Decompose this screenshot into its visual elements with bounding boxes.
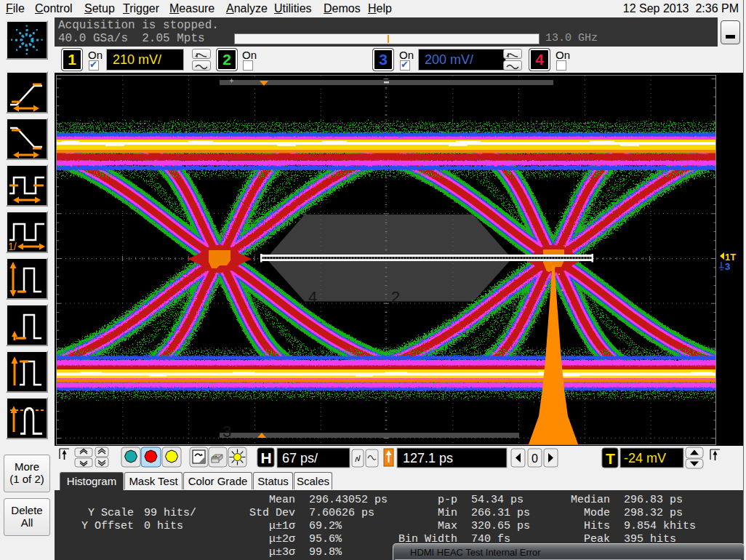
svg-text:H: H — [261, 449, 272, 466]
svg-text:2: 2 — [391, 288, 400, 306]
svg-text:0: 0 — [532, 452, 538, 465]
svg-text:67 ps/: 67 ps/ — [282, 451, 318, 465]
svg-text:-24 mV: -24 mV — [624, 451, 666, 465]
svg-text:4: 4 — [308, 288, 317, 306]
svg-text:3: 3 — [725, 261, 730, 272]
svg-text:1/: 1/ — [8, 241, 17, 252]
svg-text:3: 3 — [222, 423, 231, 441]
svg-text:127.1 ps: 127.1 ps — [403, 451, 453, 465]
svg-text:T: T — [606, 450, 615, 467]
